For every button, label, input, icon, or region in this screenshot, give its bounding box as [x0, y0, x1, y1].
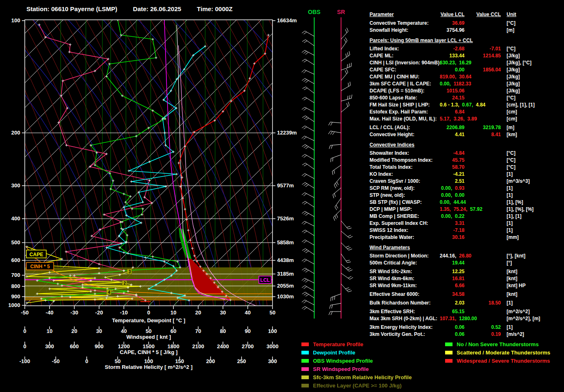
param-label: DCAPE (LFS = 510mB):	[370, 87, 440, 94]
param-label: Convective Temperature:	[370, 20, 440, 27]
value-lcl: 16.81	[440, 275, 464, 282]
svg-text:1800: 1800	[168, 343, 180, 349]
value-ccl	[464, 199, 501, 206]
svg-text:300: 300	[268, 358, 277, 364]
table-row: SB STP (fix) | CWASP:0.00, 44.44[1], [%]	[370, 199, 564, 206]
svg-text:40: 40	[245, 309, 251, 316]
value-ccl: 1214.85	[464, 52, 501, 59]
unit-label: [cm]	[507, 116, 517, 123]
unit-label: [J/kg], [°C]	[507, 59, 531, 66]
value-lcl: 2.51	[440, 178, 464, 185]
unit-label: [°C]	[507, 157, 515, 164]
value-lcl: 0.00, 0.22	[440, 213, 464, 220]
svg-text:250: 250	[237, 358, 246, 364]
value-ccl	[464, 268, 501, 275]
value-ccl: 0.52	[464, 324, 501, 331]
svg-text:0: 0	[85, 358, 88, 364]
table-row: Snowfall Height:3754.96[m]	[370, 27, 564, 34]
value-lcl: 0.06	[440, 331, 464, 338]
param-label: LCL / CCL (AGL):	[370, 124, 440, 131]
value-ccl	[464, 157, 501, 164]
svg-text:0: 0	[23, 328, 26, 334]
table-row: Max 3km SRH (0-2km) | AGL:107.31, 1280.0…	[370, 315, 564, 322]
header-value-lcl: Value LCL	[440, 12, 464, 17]
header-parameter: Parameter	[370, 12, 440, 17]
unit-label: [knt]	[507, 275, 517, 282]
table-row: 3km SFC CAPE | IL CAPE:0.00, 1182.33[J/k…	[370, 80, 564, 87]
unit-label: [1]	[507, 192, 513, 199]
svg-text:10: 10	[171, 309, 176, 316]
value-ccl	[464, 94, 501, 102]
param-label: 3km Effective SRH:	[370, 308, 440, 315]
value-ccl	[464, 102, 501, 109]
header-unit: Unit	[507, 12, 516, 17]
unit-label: [°C]	[507, 164, 515, 171]
table-row: 3km Effective SRH:65.15[m^2/s^2]	[370, 308, 564, 315]
value-ccl	[464, 315, 501, 322]
param-label: 3km SFC CAPE | IL CAPE:	[370, 80, 440, 87]
legend-swatch-icon	[445, 351, 453, 354]
value-ccl	[464, 220, 501, 227]
svg-text:70: 70	[195, 328, 201, 334]
unit-label: [m^2/s^2]	[507, 308, 530, 315]
profile-legend-item: Dewpoint Profile	[301, 348, 412, 357]
svg-text:200: 200	[11, 130, 20, 136]
svg-text:CINH * 5: CINH * 5	[30, 264, 50, 269]
svg-text:OBS: OBS	[308, 9, 320, 15]
value-lcl: 244.16, 26.80	[440, 253, 464, 260]
svg-text:3: 3	[128, 269, 131, 274]
svg-text:4: 4	[108, 290, 110, 295]
value-lcl: 5.17, 3.26, 3.89	[440, 116, 464, 123]
value-ccl	[464, 150, 501, 157]
svg-text:100: 100	[268, 328, 277, 334]
value-ccl: 8.41	[464, 131, 501, 138]
param-label: Lifted Index:	[370, 45, 440, 52]
value-lcl: -4.84	[440, 150, 464, 157]
table-row: STP (new, old):0.00, 0.00[1]	[370, 192, 564, 199]
svg-text:10: 10	[47, 328, 52, 334]
table-row: FM Hail Size | SHIP | LHP:0.6 - 1.3, 0.6…	[370, 102, 564, 109]
legend-swatch-icon	[301, 367, 309, 371]
value-lcl: 6.84	[440, 109, 464, 116]
table-row: Estofex Exp. Hail Param:6.84[cm]	[370, 109, 564, 116]
svg-text:700: 700	[11, 272, 20, 278]
value-lcl: 2.03	[440, 300, 464, 307]
svg-text:SR: SR	[337, 9, 345, 15]
param-label: Precipitable Water:	[370, 234, 440, 241]
svg-text:4438m: 4438m	[277, 257, 294, 263]
svg-text:0: 0	[23, 343, 26, 349]
table-row: MB Comp | SHERBE:0.00, 0.22[1], [1]	[370, 213, 564, 220]
svg-text:-10: -10	[120, 309, 128, 316]
value-ccl: -7.01	[464, 45, 501, 52]
param-label: SCP RM (new, old):	[370, 185, 440, 192]
legend-label: Dewpoint Profile	[313, 349, 355, 356]
svg-text:40: 40	[121, 328, 127, 334]
param-label: Bulk Richardson Number:	[370, 300, 440, 307]
value-lcl: 0.00, 44.44	[440, 199, 464, 206]
table-row: LCL / CCL (AGL):2206.893219.78[m]	[370, 124, 564, 131]
svg-text:0: 0	[147, 309, 150, 316]
table-row: 3km Vorticity Gen. Pot.:0.060.19[m/s^2]	[370, 331, 564, 338]
unit-label: [1]	[507, 171, 513, 178]
svg-text:1030m: 1030m	[277, 293, 294, 300]
table-row: CINH | LSI (Inversion: 904mB):630.23, 16…	[370, 59, 564, 66]
value-lcl: 4.41	[440, 131, 464, 138]
svg-text:1000: 1000	[8, 302, 20, 308]
value-ccl	[464, 109, 501, 116]
value-lcl: 0.00, 0.93	[440, 185, 464, 192]
svg-text:2: 2	[123, 281, 126, 286]
svg-text:800: 800	[11, 283, 20, 289]
obs-wind-barb-column: OBS	[302, 9, 321, 319]
severity-legend-item: No / Non Severe Thunderstorms	[445, 340, 550, 348]
table-row: Modified Thompson Index:45.75[°C]	[370, 157, 564, 164]
legend-swatch-icon	[301, 359, 309, 363]
param-label: CINH | LSI (Inversion: 904mB):	[370, 59, 440, 66]
param-label: SB STP (fix) | CWASP:	[370, 199, 440, 206]
legend-label: No / Non Severe Thunderstorms	[457, 341, 539, 347]
value-ccl	[464, 80, 501, 87]
profiles-legend: Temperature ProfileDewpoint ProfileOBS W…	[301, 340, 412, 390]
unit-label: [°C]	[507, 150, 515, 157]
table-row: SR Wind Sfc-2km:12.25[knt]	[370, 268, 564, 275]
value-ccl	[464, 171, 501, 178]
unit-label: [1], [%], [%]	[507, 206, 533, 213]
